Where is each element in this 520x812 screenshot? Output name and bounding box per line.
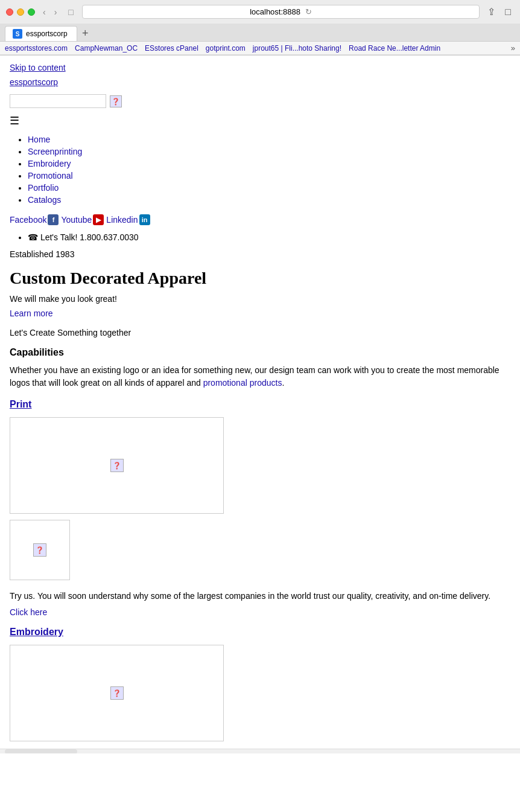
- search-icon[interactable]: ❓: [110, 95, 122, 107]
- nav-item-portfolio: Portfolio: [28, 183, 510, 193]
- tab-bar: S essportscorp +: [0, 24, 520, 42]
- nav-link-catalogs[interactable]: Catalogs: [28, 195, 61, 205]
- nav-item-embroidery: Embroidery: [28, 159, 510, 168]
- print-body-text: Try us. You will soon understand why som…: [10, 590, 510, 603]
- linkedin-link[interactable]: Linkedin in: [106, 214, 150, 225]
- skip-to-content-link[interactable]: Skip to content: [10, 63, 510, 72]
- bookmark-button[interactable]: □: [502, 5, 514, 19]
- search-input[interactable]: [10, 94, 106, 108]
- facebook-icon: f: [48, 214, 59, 225]
- nav-link-home[interactable]: Home: [28, 135, 50, 144]
- broken-image-icon-large: ❓: [110, 459, 124, 472]
- nav-buttons: ‹ ›: [40, 6, 60, 18]
- window-toggle-button[interactable]: □: [65, 6, 77, 18]
- print-image-small: ❓: [10, 520, 70, 580]
- social-links: Facebook f Youtube ▶ Linkedin in: [10, 214, 510, 225]
- hero-subtitle: We will make you look great!: [10, 294, 510, 304]
- facebook-link[interactable]: Facebook f: [10, 214, 59, 225]
- phone-text: Let's Talk! 1.800.637.0030: [40, 232, 139, 242]
- hamburger-menu-button[interactable]: ☰: [10, 114, 510, 127]
- youtube-link[interactable]: Youtube ▶: [61, 214, 104, 225]
- forward-button[interactable]: ›: [51, 6, 60, 18]
- broken-image-icon-small: ❓: [33, 543, 46, 557]
- minimize-window-button[interactable]: [17, 8, 24, 16]
- bookmarks-bar: essportsstores.com CampNewman_OC ESstore…: [0, 42, 520, 55]
- url-text: localhost:8888: [250, 7, 300, 16]
- print-image-large: ❓: [10, 417, 224, 514]
- url-bar[interactable]: localhost:8888 ↻: [82, 5, 480, 19]
- bookmark-road-race[interactable]: Road Race Ne...letter Admin: [349, 44, 440, 53]
- bookmark-essportsstores[interactable]: essportsstores.com: [5, 44, 68, 53]
- youtube-label: Youtube: [61, 215, 92, 225]
- linkedin-label: Linkedin: [106, 215, 138, 225]
- capabilities-text: Whether you have an existing logo or an …: [10, 364, 510, 389]
- active-tab[interactable]: S essportscorp: [5, 26, 77, 41]
- capabilities-title: Capabilities: [10, 347, 510, 358]
- bookmark-campnewman[interactable]: CampNewman_OC: [75, 44, 138, 53]
- linkedin-icon: in: [139, 214, 150, 225]
- nav-link-screenprinting[interactable]: Screenprinting: [28, 147, 82, 156]
- broken-image-icon-embroidery: ❓: [110, 686, 124, 700]
- page-content: Skip to content essportscorp ❓ ☰ Home Sc…: [0, 56, 520, 749]
- new-tab-button[interactable]: +: [80, 27, 91, 40]
- nav-item-promotional: Promotional: [28, 171, 510, 181]
- search-bar-container: ❓: [10, 94, 510, 108]
- embroidery-section-link[interactable]: Embroidery: [10, 627, 510, 638]
- print-section-link[interactable]: Print: [10, 399, 510, 410]
- close-window-button[interactable]: [6, 8, 13, 16]
- bookmark-gotprint[interactable]: gotprint.com: [206, 44, 246, 53]
- traffic-lights: [6, 8, 35, 16]
- phone-icon: ☎: [28, 232, 38, 242]
- learn-more-link[interactable]: Learn more: [10, 308, 510, 318]
- maximize-window-button[interactable]: [28, 8, 35, 16]
- nav-link-embroidery[interactable]: Embroidery: [28, 159, 71, 168]
- horizontal-scrollbar[interactable]: [5, 749, 77, 753]
- bookmark-esstores-cpanel[interactable]: ESstores cPanel: [145, 44, 198, 53]
- hero-title: Custom Decorated Apparel: [10, 269, 510, 288]
- nav-item-screenprinting: Screenprinting: [28, 147, 510, 156]
- nav-link-promotional[interactable]: Promotional: [28, 171, 73, 181]
- tab-title: essportscorp: [26, 30, 69, 38]
- browser-titlebar: ‹ › □ localhost:8888 ↻ ⇪ □: [0, 0, 520, 24]
- create-text: Let's Create Something together: [10, 328, 510, 337]
- browser-actions: ⇪ □: [484, 5, 514, 19]
- share-button[interactable]: ⇪: [484, 5, 498, 19]
- back-button[interactable]: ‹: [40, 6, 49, 18]
- nav-item-home: Home: [28, 135, 510, 144]
- click-here-link[interactable]: Click here: [10, 607, 510, 617]
- scrollbar-area: [0, 749, 520, 753]
- refresh-button[interactable]: ↻: [305, 7, 312, 16]
- tab-favicon: S: [13, 29, 22, 39]
- nav-item-catalogs: Catalogs: [28, 195, 510, 205]
- facebook-label: Facebook: [10, 215, 46, 225]
- site-title-link[interactable]: essportscorp: [10, 77, 510, 87]
- embroidery-image: ❓: [10, 645, 224, 741]
- nav-link-portfolio[interactable]: Portfolio: [28, 183, 59, 193]
- promotional-products-link[interactable]: promotional products: [203, 378, 282, 388]
- bookmarks-more-button[interactable]: »: [511, 43, 515, 53]
- established-text: Established 1983: [10, 249, 510, 259]
- youtube-icon: ▶: [93, 214, 104, 225]
- nav-list: Home Screenprinting Embroidery Promotion…: [10, 135, 510, 205]
- phone-list-item: ☎ Let's Talk! 1.800.637.0030: [28, 232, 510, 242]
- browser-chrome: ‹ › □ localhost:8888 ↻ ⇪ □ S essportscor…: [0, 0, 520, 56]
- bookmark-flickr[interactable]: jprout65 | Fli...hoto Sharing!: [253, 44, 341, 53]
